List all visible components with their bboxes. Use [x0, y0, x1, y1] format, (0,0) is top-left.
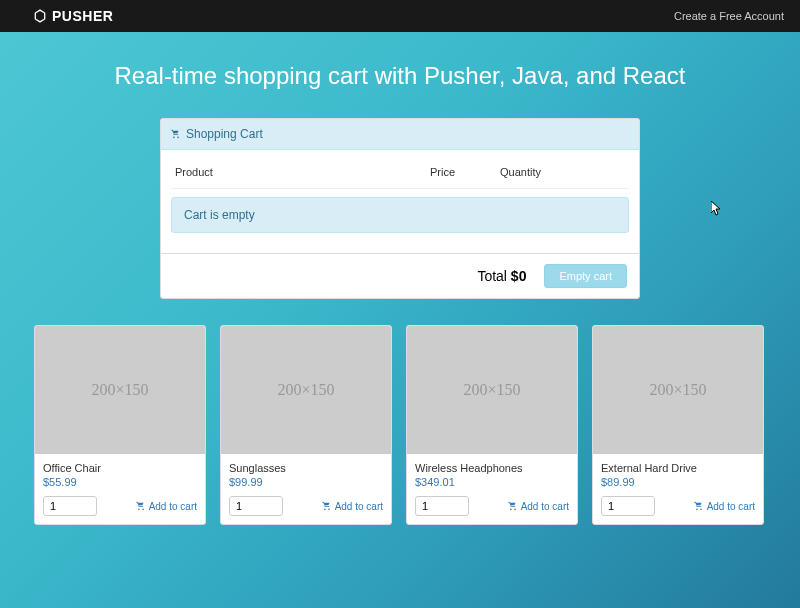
add-to-cart-label: Add to cart: [521, 501, 569, 512]
mouse-cursor-icon: [711, 201, 723, 217]
product-name: Office Chair: [43, 462, 197, 474]
product-price: $99.99: [229, 476, 383, 488]
product-card: 200×150 Office Chair $55.99 Add to cart: [34, 325, 206, 525]
cart-header: Shopping Cart: [161, 119, 639, 150]
cart-icon: [508, 501, 518, 511]
product-image-placeholder: 200×150: [35, 326, 205, 454]
add-to-cart-button[interactable]: Add to cart: [322, 501, 383, 512]
product-name: Sunglasses: [229, 462, 383, 474]
page-title: Real-time shopping cart with Pusher, Jav…: [0, 62, 800, 90]
cart-body: Product Price Quantity Cart is empty: [161, 150, 639, 253]
add-to-cart-label: Add to cart: [149, 501, 197, 512]
quantity-input[interactable]: [229, 496, 283, 516]
total-value: $0: [511, 268, 527, 284]
product-price: $55.99: [43, 476, 197, 488]
navbar: PUSHER Create a Free Account: [0, 0, 800, 32]
product-image-placeholder: 200×150: [221, 326, 391, 454]
empty-cart-button[interactable]: Empty cart: [544, 264, 627, 288]
col-qty: Quantity: [500, 166, 570, 178]
pusher-logo-icon: [32, 8, 48, 24]
add-to-cart-button[interactable]: Add to cart: [508, 501, 569, 512]
product-image-placeholder: 200×150: [407, 326, 577, 454]
cart-empty-message: Cart is empty: [171, 197, 629, 233]
brand-text: PUSHER: [52, 8, 113, 24]
product-name: External Hard Drive: [601, 462, 755, 474]
cart-icon: [136, 501, 146, 511]
cart-header-label: Shopping Cart: [186, 127, 263, 141]
cart-icon: [171, 129, 181, 139]
shopping-cart-panel: Shopping Cart Product Price Quantity Car…: [160, 118, 640, 299]
product-card: 200×150 External Hard Drive $89.99 Add t…: [592, 325, 764, 525]
brand-logo[interactable]: PUSHER: [32, 8, 113, 24]
col-product: Product: [175, 166, 430, 178]
create-account-link[interactable]: Create a Free Account: [674, 10, 784, 22]
product-name: Wireless Headphones: [415, 462, 569, 474]
cart-total: Total $0: [477, 268, 526, 284]
cart-icon: [694, 501, 704, 511]
total-label: Total: [477, 268, 507, 284]
quantity-input[interactable]: [415, 496, 469, 516]
product-card: 200×150 Sunglasses $99.99 Add to cart: [220, 325, 392, 525]
add-to-cart-label: Add to cart: [707, 501, 755, 512]
product-card: 200×150 Wireless Headphones $349.01 Add …: [406, 325, 578, 525]
add-to-cart-button[interactable]: Add to cart: [694, 501, 755, 512]
product-price: $349.01: [415, 476, 569, 488]
product-price: $89.99: [601, 476, 755, 488]
product-image-placeholder: 200×150: [593, 326, 763, 454]
cart-footer: Total $0 Empty cart: [161, 253, 639, 298]
product-grid: 200×150 Office Chair $55.99 Add to cart …: [0, 325, 800, 525]
col-price: Price: [430, 166, 500, 178]
quantity-input[interactable]: [601, 496, 655, 516]
cart-icon: [322, 501, 332, 511]
cart-table-header: Product Price Quantity: [171, 160, 629, 189]
add-to-cart-button[interactable]: Add to cart: [136, 501, 197, 512]
add-to-cart-label: Add to cart: [335, 501, 383, 512]
quantity-input[interactable]: [43, 496, 97, 516]
